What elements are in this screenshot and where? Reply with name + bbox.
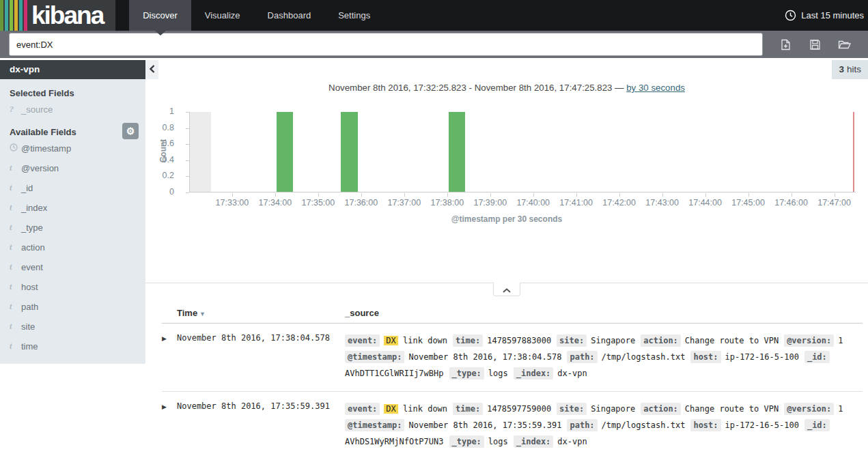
field-settings-gear-icon[interactable]: ⚙ — [122, 123, 139, 139]
field-name-badge: _id: — [804, 351, 830, 363]
x-tick-mark — [748, 193, 749, 197]
column-header-time[interactable]: Time▼ — [177, 308, 345, 318]
nav-item-dashboard[interactable]: Dashboard — [254, 0, 325, 31]
string-field-icon: t — [10, 223, 21, 233]
nav-item-discover[interactable]: Discover — [129, 0, 191, 31]
field-name-badge: action: — [641, 334, 681, 347]
kibana-logo[interactable]: kibana — [0, 0, 115, 31]
field-name-badge: site: — [557, 334, 587, 347]
logo-text: kibana — [29, 0, 103, 31]
field-name-badge: @version: — [784, 403, 834, 415]
open-search-icon[interactable] — [838, 39, 851, 51]
time-picker[interactable]: Last 15 minutes — [785, 0, 868, 31]
field-item-site[interactable]: tsite — [0, 317, 145, 337]
x-tick-label: 17:46:00 — [774, 198, 808, 207]
x-tick-mark — [662, 193, 663, 197]
nav-item-settings[interactable]: Settings — [324, 0, 384, 31]
field-name-badge: time: — [453, 403, 483, 415]
x-tick-mark — [835, 193, 835, 197]
x-tick-mark — [792, 193, 792, 197]
index-pattern-selector[interactable]: dx-vpn — [0, 60, 145, 79]
time-range-end-marker — [853, 112, 854, 192]
source-field-pair: @timestamp:November 8th 2016, 17:35:59.3… — [345, 420, 561, 430]
kibana-discover-page: kibana DiscoverVisualizeDashboardSetting… — [0, 0, 868, 458]
field-name: _index — [21, 203, 47, 213]
search-input[interactable] — [9, 33, 763, 56]
histogram-bar[interactable] — [277, 112, 293, 192]
x-tick-mark — [361, 193, 362, 197]
field-name: _type — [21, 223, 43, 233]
x-tick-label: 17:47:00 — [817, 198, 851, 207]
field-item-id[interactable]: t_id — [0, 178, 145, 198]
plot-area — [189, 112, 856, 192]
x-tick-mark — [705, 193, 706, 197]
x-tick-label: 17:39:00 — [473, 198, 507, 207]
y-tick-label: 0.4 — [140, 155, 174, 164]
field-name: _id — [21, 183, 33, 193]
search-toolbar — [763, 39, 868, 51]
y-tick-label: 0.2 — [140, 171, 174, 180]
sort-caret-icon[interactable]: ▼ — [199, 311, 206, 317]
field-item-host[interactable]: thost — [0, 277, 145, 297]
discover-main: November 8th 2016, 17:32:25.823 - Novemb… — [145, 58, 868, 458]
source-field-pair: action:Change route to VPN — [641, 336, 779, 345]
y-tick-label: 0.8 — [140, 123, 174, 132]
interval-link[interactable]: by 30 seconds — [626, 83, 685, 93]
field-item-index[interactable]: t_index — [0, 198, 145, 218]
nav-item-visualize[interactable]: Visualize — [191, 0, 254, 31]
field-item-time[interactable]: ttime — [0, 337, 145, 356]
field-name-badge: _type: — [449, 435, 484, 448]
source-field-pair: time:1478597883000 — [453, 336, 551, 345]
field-name: time — [21, 341, 38, 352]
highlighted-term: DX — [384, 404, 397, 414]
row-time: November 8th 2016, 17:35:59.391 — [177, 401, 345, 450]
expand-row-icon[interactable]: ▶ — [162, 401, 177, 450]
field-name: @version — [21, 163, 59, 173]
collapse-histogram-button[interactable] — [493, 283, 520, 296]
source-field-pair: @version:1 — [784, 404, 843, 414]
y-tick-mark — [186, 160, 189, 161]
histogram-bar[interactable] — [341, 112, 357, 192]
field-item-source[interactable]: ?_source — [0, 100, 145, 119]
field-item-event[interactable]: tevent — [0, 257, 145, 277]
collapse-sidebar-button[interactable] — [145, 60, 158, 79]
field-name: action — [21, 242, 45, 253]
field-name-badge: @timestamp: — [345, 351, 404, 363]
string-field-icon: t — [10, 163, 21, 173]
histogram-panel: November 8th 2016, 17:32:25.823 - Novemb… — [145, 58, 868, 283]
column-header-source: _source — [345, 308, 863, 318]
hits-badge: 3hits — [832, 60, 868, 79]
x-tick-mark — [275, 193, 276, 197]
source-field-pair: @version:1 — [784, 336, 843, 345]
string-field-icon: t — [10, 262, 21, 272]
unknown-field-icon: ? — [10, 104, 21, 115]
available-fields-list: @timestampt@versiont_idt_indext_typetact… — [0, 139, 145, 356]
field-name: host — [21, 282, 38, 292]
title-separator: — — [615, 83, 624, 93]
content-area: dx-vpn Selected Fields ?_source Availabl… — [0, 58, 868, 458]
document-row: ▶November 8th 2016, 17:35:59.391event:DX… — [162, 392, 863, 458]
x-tick-mark — [232, 193, 233, 197]
table-header: Time▼ _source — [162, 308, 863, 324]
field-item-timestamp[interactable]: @timestamp — [0, 139, 145, 158]
source-field-pair: host:ip-172-16-5-100 — [690, 420, 799, 430]
expand-row-icon[interactable]: ▶ — [162, 332, 177, 382]
y-tick-label: 1 — [140, 106, 174, 116]
field-item-action[interactable]: taction — [0, 238, 145, 257]
source-field-pair: @timestamp:November 8th 2016, 17:38:04.5… — [345, 352, 561, 362]
new-search-icon[interactable] — [780, 39, 792, 51]
save-search-icon[interactable] — [809, 39, 821, 51]
field-item-version[interactable]: t@version — [0, 158, 145, 178]
field-name-badge: site: — [557, 403, 587, 415]
source-field-pair: time:1478597759000 — [453, 404, 551, 414]
histogram-bar[interactable] — [449, 112, 465, 192]
highlighted-term: DX — [384, 336, 397, 345]
field-name-badge: path: — [567, 419, 597, 431]
field-item-path[interactable]: tpath — [0, 297, 145, 317]
time-range-label: November 8th 2016, 17:32:25.823 - Novemb… — [328, 83, 612, 93]
field-name-badge: @version: — [784, 334, 834, 347]
x-tick-label: 17:44:00 — [688, 198, 722, 207]
x-tick-label: 17:45:00 — [731, 198, 765, 207]
y-tick-mark — [186, 176, 189, 177]
field-item-type[interactable]: t_type — [0, 218, 145, 238]
